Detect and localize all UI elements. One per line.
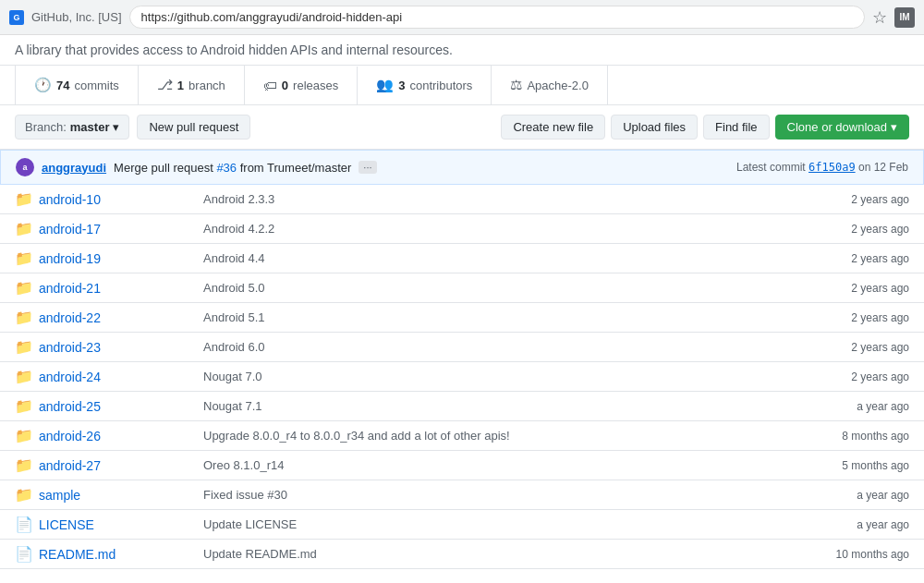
origin-label: GitHub, Inc. [US] xyxy=(31,10,122,24)
file-message: Android 2.3.3 xyxy=(185,192,791,206)
file-time: 2 years ago xyxy=(798,282,909,295)
table-row: 📁 android-21 Android 5.0 2 years ago xyxy=(0,273,924,303)
folder-icon: 📁 xyxy=(15,279,31,297)
file-time: a year ago xyxy=(798,489,909,502)
file-link[interactable]: android-26 xyxy=(39,429,177,443)
file-link[interactable]: android-10 xyxy=(39,192,177,207)
license-label: Apache-2.0 xyxy=(527,79,589,92)
file-link[interactable]: LICENSE xyxy=(39,517,177,532)
stat-item-license[interactable]: ⚖ Apache-2.0 xyxy=(492,66,608,104)
folder-icon: 📁 xyxy=(15,309,31,326)
stats-bar: 🕐 74 commits ⎇ 1 branch 🏷 0 releases 👥 3… xyxy=(0,66,924,105)
commits-label: commits xyxy=(74,79,118,92)
url-input[interactable] xyxy=(129,6,865,29)
releases-label: releases xyxy=(293,79,338,92)
extension-icon: IM xyxy=(894,7,915,28)
contributors-count: 3 xyxy=(398,79,405,92)
new-pull-request-button[interactable]: New pull request xyxy=(137,115,250,140)
create-new-file-button[interactable]: Create new file xyxy=(501,115,605,140)
file-time: 2 years ago xyxy=(798,193,909,206)
file-time: 2 years ago xyxy=(798,252,909,265)
file-link[interactable]: android-24 xyxy=(39,370,177,384)
file-message: Update LICENSE xyxy=(185,517,791,531)
folder-icon: 📁 xyxy=(15,368,31,385)
branch-selector[interactable]: Branch: master ▾ xyxy=(15,115,129,140)
file-message: Oreo 8.1.0_r14 xyxy=(185,458,791,472)
file-link[interactable]: android-27 xyxy=(39,458,177,473)
commits-icon: 🕐 xyxy=(34,77,52,93)
avatar: a xyxy=(16,158,34,176)
commit-meta: Latest commit 6f150a9 on 12 Feb xyxy=(736,161,908,174)
releases-count: 0 xyxy=(282,79,288,92)
stat-item-branches[interactable]: ⎇ 1 branch xyxy=(139,66,245,104)
file-link[interactable]: android-22 xyxy=(39,310,177,325)
file-link[interactable]: android-17 xyxy=(39,222,177,237)
pr-link[interactable]: #36 xyxy=(216,161,237,175)
folder-icon: 📁 xyxy=(15,456,31,474)
license-icon: ⚖ xyxy=(510,77,522,93)
find-file-button[interactable]: Find file xyxy=(703,115,770,140)
file-time: a year ago xyxy=(798,518,909,531)
file-time: 8 months ago xyxy=(798,430,909,443)
file-icon: 📄 xyxy=(15,516,31,533)
file-link[interactable]: android-23 xyxy=(39,340,177,355)
bookmark-star-icon[interactable]: ☆ xyxy=(872,7,887,28)
file-time: 2 years ago xyxy=(798,341,909,354)
table-row: 📁 sample Fixed issue #30 a year ago xyxy=(0,480,924,510)
file-message: Nougat 7.1 xyxy=(185,399,791,413)
folder-icon: 📁 xyxy=(15,249,31,267)
table-row: 📄 README.md Update README.md 10 months a… xyxy=(0,540,924,569)
branches-count: 1 xyxy=(177,79,184,92)
file-message: Android 5.1 xyxy=(185,310,791,324)
file-link[interactable]: android-25 xyxy=(39,399,177,414)
folder-icon: 📁 xyxy=(15,338,31,356)
folder-icon: 📁 xyxy=(15,220,31,237)
contributors-icon: 👥 xyxy=(376,77,394,93)
file-message: Android 4.2.2 xyxy=(185,222,791,236)
branch-selector-label: Branch: xyxy=(25,120,67,134)
table-row: 📁 android-23 Android 6.0 2 years ago xyxy=(0,333,924,362)
releases-icon: 🏷 xyxy=(263,78,277,93)
file-time: 2 years ago xyxy=(798,370,909,383)
file-message: Nougat 7.0 xyxy=(185,370,791,383)
commit-message: Merge pull request #36 from Trumeet/mast… xyxy=(114,161,351,175)
file-icon: 📄 xyxy=(15,545,31,563)
folder-icon: 📁 xyxy=(15,427,31,444)
upload-files-button[interactable]: Upload files xyxy=(611,115,698,140)
branches-label: branch xyxy=(188,79,225,92)
branch-selector-name: master xyxy=(70,120,110,134)
stat-item-commits[interactable]: 🕐 74 commits xyxy=(15,66,139,104)
commit-hash-link[interactable]: 6f150a9 xyxy=(808,161,856,174)
commit-author-link[interactable]: anggrayudi xyxy=(42,161,106,175)
folder-icon: 📁 xyxy=(15,397,31,415)
file-message: Fixed issue #30 xyxy=(185,488,791,502)
stat-item-releases[interactable]: 🏷 0 releases xyxy=(245,67,358,104)
table-row: 📁 android-17 Android 4.2.2 2 years ago xyxy=(0,214,924,244)
file-link[interactable]: sample xyxy=(39,488,177,503)
clone-chevron-icon: ▾ xyxy=(891,120,897,134)
stat-item-contributors[interactable]: 👥 3 contributors xyxy=(358,66,492,104)
repo-description: A library that provides access to Androi… xyxy=(0,35,924,66)
file-message: Android 6.0 xyxy=(185,340,791,354)
table-row: 📁 android-22 Android 5.1 2 years ago xyxy=(0,303,924,333)
commit-bar: a anggrayudi Merge pull request #36 from… xyxy=(0,150,924,185)
toolbar: Branch: master ▾ New pull request Create… xyxy=(0,105,924,150)
file-time: 2 years ago xyxy=(798,311,909,324)
file-message: Android 5.0 xyxy=(185,281,791,295)
table-row: 📁 android-19 Android 4.4 2 years ago xyxy=(0,244,924,273)
file-link[interactable]: android-21 xyxy=(39,281,177,296)
file-table: 📁 android-10 Android 2.3.3 2 years ago 📁… xyxy=(0,185,924,569)
file-time: a year ago xyxy=(798,400,909,413)
commit-dots-button[interactable]: ··· xyxy=(359,161,376,174)
table-row: 📁 android-26 Upgrade 8.0.0_r4 to 8.0.0_r… xyxy=(0,421,924,451)
folder-icon: 📁 xyxy=(15,190,31,208)
clone-or-download-button[interactable]: Clone or download ▾ xyxy=(775,115,909,140)
file-link[interactable]: README.md xyxy=(39,547,177,562)
file-message: Android 4.4 xyxy=(185,251,791,265)
file-time: 10 months ago xyxy=(798,548,909,561)
table-row: 📁 android-10 Android 2.3.3 2 years ago xyxy=(0,185,924,214)
branch-chevron-icon: ▾ xyxy=(113,120,119,134)
file-link[interactable]: android-19 xyxy=(39,251,177,266)
folder-icon: 📁 xyxy=(15,486,31,504)
contributors-label: contributors xyxy=(409,79,472,92)
